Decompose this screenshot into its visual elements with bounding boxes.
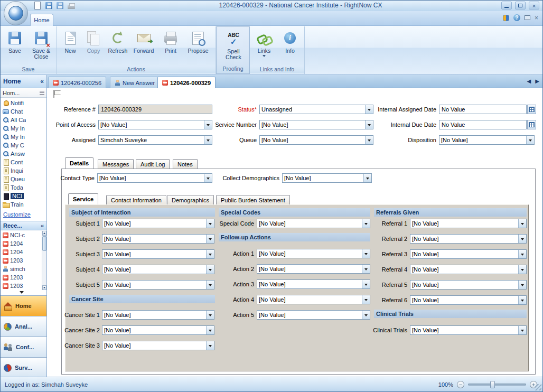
point-of-access-dropdown[interactable]: [No Value] [98, 120, 212, 129]
referral-6-dropdown[interactable]: [No Value] [410, 295, 527, 305]
sidebar-item-today[interactable]: Toda [1, 183, 46, 192]
dropdown-arrow-icon[interactable] [362, 295, 370, 304]
dropdown-arrow-icon[interactable] [518, 265, 526, 274]
dropdown-arrow-icon[interactable] [362, 280, 370, 288]
zoom-slider[interactable] [468, 384, 526, 386]
dropdown-arrow-icon[interactable] [518, 235, 526, 243]
recent-item[interactable]: 1203 [1, 273, 46, 282]
info-button[interactable]: i Info [278, 28, 302, 66]
cancer-site-1-dropdown[interactable]: [No Value] [102, 310, 214, 320]
dropdown-arrow-icon[interactable] [362, 265, 370, 273]
clinical-trials-dropdown[interactable]: [No Value] [410, 325, 527, 335]
restore-icon[interactable] [525, 15, 530, 20]
collect-demographics-dropdown[interactable]: [No Value] [282, 173, 372, 183]
disposition-dropdown[interactable]: [No Value] [439, 135, 535, 145]
subject-3-dropdown[interactable]: [No Value] [102, 249, 214, 259]
scrollbar-thumb[interactable] [42, 236, 46, 251]
dropdown-arrow-icon[interactable] [362, 311, 370, 319]
dropdown-arrow-icon[interactable] [518, 326, 526, 334]
recent-items-header[interactable]: Rece... [1, 221, 46, 230]
action-4-dropdown[interactable]: [No Value] [257, 295, 370, 304]
cancer-site-2-dropdown[interactable]: [No Value] [102, 325, 214, 335]
doc-tab-incident-1[interactable]: 120426-000256 [48, 77, 106, 88]
recent-item[interactable]: simch [1, 265, 46, 273]
referral-2-dropdown[interactable]: [No Value] [410, 234, 527, 244]
tab-scroll-left-icon[interactable]: ◀ [527, 78, 531, 84]
zoom-out-button[interactable]: − [457, 381, 464, 388]
recent-scrollbar[interactable] [42, 231, 46, 290]
sidebar-item-all[interactable]: All Ca [1, 116, 46, 124]
forward-button[interactable]: ➔ Forward [130, 28, 157, 66]
collapse-recent-icon[interactable] [41, 222, 44, 229]
action-5-dropdown[interactable]: [No Value] [257, 310, 370, 320]
links-button[interactable]: Links [252, 28, 276, 66]
sidebar-item-contacts[interactable]: Cont [1, 158, 46, 166]
nav-button-surveys[interactable]: Surv... [1, 357, 46, 378]
dropdown-arrow-icon[interactable] [206, 250, 214, 258]
print-button[interactable]: Print [159, 28, 182, 66]
recent-item[interactable]: 1203 [1, 256, 46, 265]
help-icon[interactable]: ? [513, 14, 520, 21]
cancer-site-3-dropdown[interactable]: [No Value] [102, 341, 214, 350]
dropdown-arrow-icon[interactable] [518, 281, 526, 289]
dropdown-arrow-icon[interactable] [518, 296, 526, 304]
nav-button-home[interactable]: Home [1, 295, 46, 316]
recent-item[interactable]: 1204 [1, 239, 46, 248]
close-document-icon[interactable]: × [535, 15, 538, 21]
nav-list-caption[interactable]: Hom... [1, 88, 46, 98]
referral-3-dropdown[interactable]: [No Value] [410, 249, 527, 259]
action-2-dropdown[interactable]: [No Value] [257, 264, 370, 274]
nav-button-analytics[interactable]: Anal... [1, 316, 46, 337]
sidebar-item-my-inbox-2[interactable]: My In [1, 133, 46, 141]
dropdown-arrow-icon[interactable] [362, 249, 370, 258]
maximize-button[interactable] [515, 2, 526, 10]
feedback-icon[interactable] [503, 15, 509, 21]
new-button[interactable]: New [59, 28, 82, 66]
dropdown-arrow-icon[interactable] [206, 281, 214, 289]
status-dropdown[interactable]: Unassigned [259, 105, 373, 114]
customize-link[interactable]: Customize [3, 211, 31, 218]
subject-4-dropdown[interactable]: [No Value] [102, 265, 214, 274]
tab-scroll-right-icon[interactable]: ▶ [535, 78, 539, 84]
contact-type-dropdown[interactable]: [No Value] [97, 173, 212, 183]
new-document-icon[interactable] [33, 2, 41, 10]
close-button[interactable]: × [529, 2, 539, 10]
assigned-dropdown[interactable]: Simchah Suveyke [98, 135, 212, 145]
refresh-button[interactable]: Refresh [105, 28, 130, 66]
subject-2-dropdown[interactable]: [No Value] [102, 234, 214, 244]
dropdown-arrow-icon[interactable] [206, 326, 214, 334]
dropdown-arrow-icon[interactable] [518, 219, 526, 228]
dropdown-arrow-icon[interactable] [362, 219, 370, 228]
special-code-dropdown[interactable]: [No Value] [257, 219, 370, 228]
tab-notes[interactable]: Notes [173, 159, 198, 169]
subject-5-dropdown[interactable]: [No Value] [102, 280, 214, 290]
tab-messages[interactable]: Messages [98, 159, 134, 169]
nav-pane-header[interactable]: Home [1, 75, 46, 88]
minimize-button[interactable] [501, 2, 512, 10]
dropdown-arrow-icon[interactable] [204, 174, 212, 182]
application-menu-button[interactable] [4, 1, 28, 25]
collapse-pane-icon[interactable] [40, 78, 44, 85]
scroll-up-icon[interactable] [42, 231, 46, 236]
sidebar-item-training[interactable]: Train [1, 200, 46, 209]
recent-item[interactable]: 1203 [1, 282, 46, 290]
service-number-dropdown[interactable]: [No Value] [259, 120, 373, 129]
sidebar-item-queue[interactable]: Queu [1, 175, 46, 183]
sidebar-item-notifications[interactable]: Notifi [1, 99, 46, 107]
propose-button[interactable]: Propose [184, 28, 212, 66]
subtab-contact-information[interactable]: Contact Information [106, 195, 166, 204]
scroll-down-icon[interactable] [42, 285, 46, 290]
tab-audit-log[interactable]: Audit Log [136, 159, 170, 169]
nav-button-configuration[interactable]: Conf... [1, 337, 46, 357]
resize-grip[interactable] [535, 384, 541, 390]
recent-item[interactable]: NCI-c [1, 231, 46, 239]
sidebar-item-answers[interactable]: Answ [1, 150, 46, 158]
internal-due-date-field[interactable]: No Value [439, 120, 527, 129]
dropdown-arrow-icon[interactable] [206, 311, 214, 319]
save-icon[interactable] [45, 2, 52, 9]
subtab-public-burden[interactable]: Public Burden Statement [216, 195, 290, 204]
queue-dropdown[interactable]: [No Value] [259, 135, 373, 145]
spell-check-button[interactable]: ABC✓ Spell Check [220, 29, 247, 67]
sidebar-item-my-c[interactable]: My C [1, 141, 46, 150]
tab-details[interactable]: Details [65, 157, 93, 169]
